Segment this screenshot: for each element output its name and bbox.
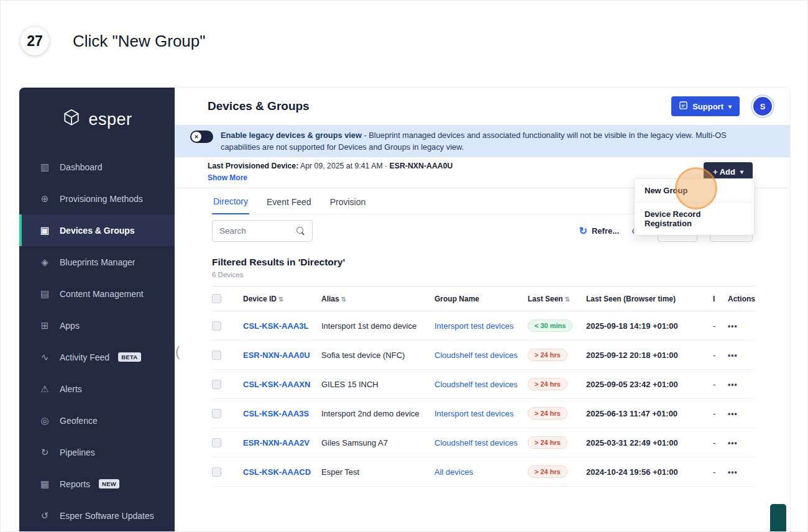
last-seen-badge: > 24 hrs [528, 378, 567, 390]
banner-text: Enable legacy devices & groups view - Bl… [221, 129, 753, 153]
chevron-down-icon: ▾ [740, 168, 743, 175]
column-header-actions: Actions [728, 287, 755, 311]
row-actions-button[interactable]: ••• [728, 468, 738, 477]
dashboard-icon: ▥ [39, 162, 51, 173]
sidebar-item-content-management[interactable]: ▤ Content Management [19, 278, 175, 310]
column-header-browser-time: Last Seen (Browser time) [586, 287, 713, 311]
page-title: Devices & Groups [208, 99, 310, 113]
menu-item-device-record-registration[interactable]: Device Record Registration [635, 202, 754, 235]
search-icon [296, 227, 305, 236]
group-link[interactable]: Cloudshelf test devices [434, 438, 518, 447]
chevron-down-icon: ▾ [728, 103, 732, 110]
avatar[interactable]: S [753, 97, 772, 116]
device-id-link[interactable]: CSL-KSK-AAACD [243, 467, 311, 477]
esper-logo: esper [19, 101, 175, 137]
column-header-alias[interactable]: Alias⇅ [321, 287, 434, 311]
refresh-button[interactable]: ↻ Refre... [579, 225, 619, 237]
toggle-knob-icon: ✕ [191, 132, 201, 142]
sort-icon: ⇅ [341, 296, 346, 303]
group-link[interactable]: Intersport test devices [434, 321, 513, 331]
table-row: CSL-KSK-AAA3S Intersport 2nd demo device… [212, 399, 755, 428]
sidebar-collapse-handle[interactable]: ( [175, 344, 180, 360]
group-link[interactable]: Cloudshelf test devices [434, 380, 518, 389]
device-id-link[interactable]: CSL-KSK-AAA3L [243, 321, 308, 331]
step-number: 27 [21, 27, 49, 55]
sidebar-item-esper-software-updates[interactable]: ↺ Esper Software Updates [19, 500, 175, 531]
sort-icon: ⇅ [565, 296, 570, 303]
support-icon [679, 101, 687, 111]
last-seen-badge: > 24 hrs [528, 436, 567, 449]
row-checkbox[interactable] [212, 438, 221, 447]
column-header-truncated: I [713, 287, 728, 311]
row-actions-button[interactable]: ••• [728, 410, 738, 418]
row-actions-button[interactable]: ••• [728, 322, 738, 331]
main-panel: Devices & Groups Support ▾ S ✕ Enable le… [175, 88, 790, 532]
sidebar-item-reports[interactable]: ▦ Reports NEW [19, 468, 175, 500]
alias-cell: Giles Samsung A7 [321, 428, 434, 457]
sidebar-item-dashboard[interactable]: ▥ Dashboard [19, 151, 175, 183]
esper-logo-text: esper [88, 110, 132, 129]
tab-directory[interactable]: Directory [212, 196, 249, 214]
browser-time-cell: 2025-09-12 20:18 +01:00 [586, 341, 713, 370]
alias-cell: Intersport 2nd demo device [321, 399, 434, 428]
table-row: ESR-NXN-AAA0U Sofia test device (NFC) Cl… [212, 341, 755, 370]
device-id-link[interactable]: ESR-NXN-AAA0U [243, 351, 310, 360]
search-input[interactable]: Search [212, 220, 313, 242]
extra-cell: - [713, 311, 728, 341]
sidebar-item-blueprints-manager[interactable]: ◈ Blueprints Manager [19, 246, 175, 278]
group-link[interactable]: Cloudshelf test devices [434, 351, 518, 360]
device-id-link[interactable]: CSL-KSK-AAA3S [243, 409, 309, 418]
tab-event-feed[interactable]: Event Feed [265, 197, 313, 214]
group-link[interactable]: Intersport test devices [434, 409, 513, 418]
column-header-last-seen[interactable]: Last Seen⇅ [528, 287, 586, 311]
last-seen-badge: > 24 hrs [528, 466, 567, 478]
column-header-device-id[interactable]: Device ID⇅ [243, 287, 321, 311]
last-seen-badge: > 24 hrs [528, 407, 567, 420]
sidebar-item-pipelines[interactable]: ↻ Pipelines [19, 436, 175, 468]
row-checkbox[interactable] [212, 409, 221, 418]
table-row: CSL-KSK-AAACD Esper Test All devices > 2… [212, 457, 755, 487]
sidebar: esper ▥ Dashboard ⊕ Provisioning Methods… [19, 88, 175, 532]
sidebar-item-devices-groups[interactable]: ▣ Devices & Groups [19, 214, 175, 246]
row-checkbox[interactable] [212, 321, 221, 331]
sidebar-item-provisioning-methods[interactable]: ⊕ Provisioning Methods [19, 183, 175, 214]
extra-cell: - [713, 370, 728, 399]
row-checkbox[interactable] [212, 380, 221, 389]
alias-cell: Esper Test [321, 457, 434, 487]
device-id-text: ESR-NXN-AAA0U [390, 162, 453, 170]
show-more-link[interactable]: Show More [208, 173, 247, 182]
sidebar-item-apps[interactable]: ⊞ Apps [19, 310, 175, 341]
reports-icon: ▦ [39, 479, 51, 490]
add-dropdown-menu: New Group Device Record Registration [634, 178, 755, 236]
support-button[interactable]: Support ▾ [671, 96, 740, 116]
sidebar-item-activity-feed[interactable]: ∿ Activity Feed BETA [19, 341, 175, 373]
devices-table: Device ID⇅ Alias⇅ Group Name Last Seen⇅ … [212, 286, 755, 487]
legacy-view-toggle[interactable]: ✕ [190, 131, 213, 143]
menu-item-new-group[interactable]: New Group [635, 179, 754, 202]
results-heading: Filtered Results in 'Directory' [212, 257, 753, 268]
sort-icon: ⇅ [278, 296, 283, 303]
feedback-tab[interactable] [770, 504, 786, 532]
row-actions-button[interactable]: ••• [728, 351, 738, 360]
app-window: esper ▥ Dashboard ⊕ Provisioning Methods… [19, 88, 790, 532]
browser-time-cell: 2025-09-05 23:42 +01:00 [586, 370, 713, 399]
row-checkbox[interactable] [212, 467, 221, 477]
device-id-link[interactable]: ESR-NXN-AAA2V [243, 438, 310, 447]
sidebar-item-alerts[interactable]: ⚠ Alerts [19, 373, 175, 405]
select-all-checkbox[interactable] [212, 294, 221, 303]
row-actions-button[interactable]: ••• [728, 380, 738, 389]
row-checkbox[interactable] [212, 351, 221, 360]
row-actions-button[interactable]: ••• [728, 439, 738, 447]
last-seen-badge: > 24 hrs [528, 349, 567, 361]
step-instruction: Click "New Group" [73, 32, 206, 51]
group-link[interactable]: All devices [434, 467, 473, 477]
extra-cell: - [713, 399, 728, 428]
device-id-link[interactable]: CSL-KSK-AAAXN [243, 380, 310, 389]
browser-time-cell: 2024-10-24 19:56 +01:00 [586, 457, 713, 487]
sidebar-item-geofence[interactable]: ◎ Geofence [19, 405, 175, 436]
step-annotation: 27 Click "New Group" [21, 27, 206, 55]
tab-provision[interactable]: Provision [329, 197, 367, 214]
new-badge: NEW [99, 479, 119, 488]
column-header-group-name: Group Name [434, 287, 528, 311]
pipelines-icon: ↻ [39, 447, 51, 458]
